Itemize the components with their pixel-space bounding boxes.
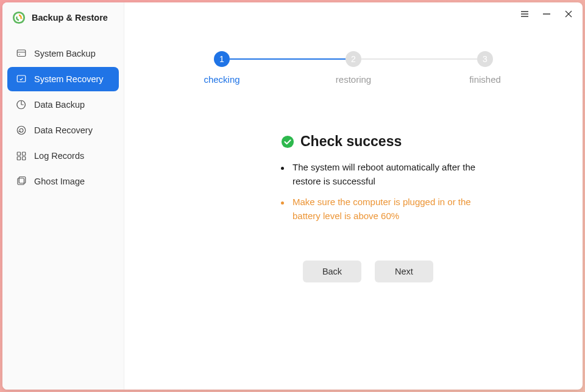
svg-rect-6 — [17, 75, 26, 82]
check-message-text: Make sure the computer is plugged in or … — [292, 195, 488, 223]
step-finished: 3 finished — [461, 51, 509, 85]
system-backup-icon — [16, 48, 27, 59]
step-label: finished — [469, 74, 501, 85]
sidebar-item-label: System Backup — [34, 49, 96, 58]
close-button[interactable] — [563, 9, 574, 19]
wizard: 1 checking 2 restoring 3 finished — [124, 2, 583, 282]
svg-rect-14 — [18, 178, 24, 185]
minimize-button[interactable] — [541, 9, 552, 19]
step-circle: 1 — [214, 51, 230, 67]
app-window: Backup & Restore System Backup — [2, 2, 583, 390]
check-messages: The system will reboot automatically aft… — [281, 157, 558, 226]
sidebar-item-data-recovery[interactable]: Data Recovery — [7, 118, 119, 142]
back-button[interactable]: Back — [303, 261, 361, 282]
sidebar-item-label: Log Records — [34, 151, 84, 161]
app-logo-icon — [12, 11, 26, 24]
wizard-steps: 1 checking 2 restoring 3 finished — [197, 51, 509, 85]
svg-rect-13 — [23, 157, 26, 160]
system-recovery-icon — [16, 74, 27, 85]
bullet-icon — [281, 167, 284, 170]
menu-button[interactable] — [519, 9, 530, 19]
svg-point-22 — [282, 135, 294, 147]
svg-rect-11 — [23, 152, 26, 155]
sidebar-item-data-backup[interactable]: Data Backup — [7, 93, 119, 117]
data-recovery-icon — [16, 125, 27, 136]
step-circle: 3 — [477, 51, 493, 67]
svg-rect-12 — [17, 157, 20, 160]
bullet-icon — [281, 201, 284, 205]
data-backup-icon — [16, 99, 27, 110]
svg-point-5 — [19, 54, 20, 55]
step-line-2 — [361, 58, 477, 60]
check-message-text: The system will reboot automatically aft… — [292, 161, 488, 188]
sidebar-item-label: System Recovery — [34, 74, 104, 84]
step-circle: 2 — [346, 51, 361, 67]
check-header: Check success — [281, 133, 558, 150]
step-restoring: 2 restoring — [329, 51, 378, 85]
step-checking: 1 checking — [197, 51, 246, 85]
sidebar-item-log-records[interactable]: Log Records — [7, 144, 119, 168]
app-title: Backup & Restore — [32, 13, 108, 23]
check-title: Check success — [300, 133, 402, 150]
ghost-image-icon — [16, 176, 27, 187]
sidebar-item-ghost-image[interactable]: Ghost Image — [7, 169, 119, 194]
svg-rect-10 — [17, 152, 20, 155]
next-button[interactable]: Next — [375, 261, 433, 282]
sidebar-item-label: Ghost Image — [34, 177, 85, 186]
titlebar-controls — [519, 9, 574, 19]
app-header: Backup & Restore — [2, 2, 124, 33]
check-message: The system will reboot automatically aft… — [281, 157, 488, 192]
log-records-icon — [16, 150, 27, 161]
step-label: restoring — [336, 74, 371, 85]
action-buttons: Back Next — [303, 261, 558, 282]
svg-rect-3 — [17, 50, 26, 57]
svg-point-9 — [17, 126, 26, 135]
sidebar: Backup & Restore System Backup — [2, 2, 124, 390]
sidebar-item-label: Data Recovery — [34, 125, 93, 135]
check-content: Check success The system will reboot aut… — [149, 133, 558, 282]
check-success-icon — [281, 135, 294, 149]
step-line-1 — [230, 58, 346, 60]
sidebar-item-system-recovery[interactable]: System Recovery — [7, 67, 119, 91]
sidebar-nav: System Backup System Recovery — [2, 33, 124, 194]
step-label: checking — [204, 74, 239, 85]
main-content: 1 checking 2 restoring 3 finished — [124, 2, 583, 390]
svg-rect-15 — [19, 177, 26, 184]
sidebar-item-label: Data Backup — [34, 100, 85, 110]
check-message: Make sure the computer is plugged in or … — [281, 192, 488, 226]
sidebar-item-system-backup[interactable]: System Backup — [7, 41, 119, 66]
